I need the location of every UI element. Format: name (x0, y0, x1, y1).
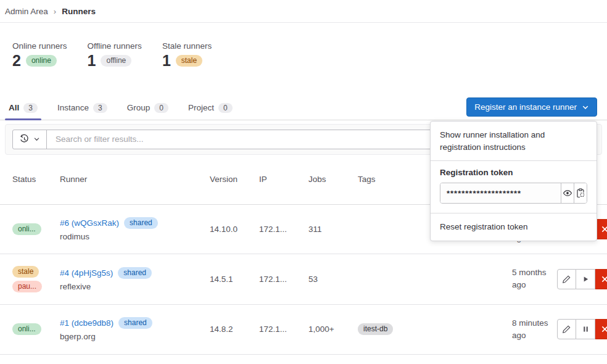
col-header-ip: IP (259, 175, 308, 184)
runner-link[interactable]: #6 (wQGsxRak) (60, 218, 119, 228)
runner-link[interactable]: #4 (4pHjSg5s) (60, 268, 113, 278)
runner-tag-badge: itest-db (358, 323, 393, 335)
close-icon (601, 325, 607, 333)
stat-label: Offline runners (88, 41, 142, 51)
stat-count: 2 (12, 52, 21, 70)
runner-name: bgerp.org (60, 332, 210, 341)
resume-runner-button[interactable] (576, 269, 595, 289)
status-badge: pau... (12, 281, 42, 292)
shared-badge: shared (118, 267, 152, 279)
breadcrumb-separator-icon: › (54, 7, 56, 16)
status-badge: stale (12, 266, 39, 278)
status-badge: onli... (12, 323, 41, 335)
edit-runner-button[interactable] (557, 269, 576, 289)
edit-runner-button[interactable] (557, 319, 576, 339)
pause-runner-button[interactable] (576, 319, 595, 339)
runner-jobs: 1,000+ (308, 325, 358, 334)
breadcrumb-runners: Runners (62, 7, 96, 16)
play-icon (582, 275, 590, 283)
tab-count-badge: 3 (23, 103, 38, 113)
clipboard-icon (576, 188, 585, 198)
col-header-jobs: Jobs (308, 175, 358, 184)
stat-count: 1 (88, 52, 96, 70)
tab-count-badge: 3 (93, 103, 107, 113)
runner-stats: Online runners 2 online Offline runners … (12, 41, 607, 70)
tab-label: All (9, 103, 19, 112)
status-badge: online (26, 55, 57, 67)
runner-jobs: 53 (308, 275, 358, 284)
shared-badge: shared (124, 217, 158, 229)
register-runner-dropdown: Show runner installation and registratio… (430, 121, 597, 241)
runner-version: 14.5.1 (210, 275, 259, 284)
pencil-icon (562, 325, 571, 334)
tab-label: Group (127, 103, 151, 112)
close-icon (601, 225, 607, 233)
admin-runners-page: Admin Area › Runners Online runners 2 on… (0, 0, 607, 364)
chevron-down-icon (33, 136, 40, 143)
registration-token-field[interactable] (440, 183, 561, 203)
breadcrumb-admin-area[interactable]: Admin Area (5, 7, 48, 16)
tab-project[interactable]: Project 0 (184, 96, 236, 120)
tab-count-badge: 0 (218, 103, 233, 113)
col-header-runner: Runner (60, 175, 210, 184)
status-badge: stale (176, 55, 202, 67)
runner-name: rodimus (60, 232, 210, 241)
close-icon (601, 275, 607, 283)
col-header-version: Version (210, 175, 259, 184)
register-instance-runner-button[interactable]: Register an instance runner (466, 97, 597, 117)
pencil-icon (562, 275, 571, 284)
last-contact: 8 minutes ago (512, 317, 557, 341)
runner-jobs: 311 (308, 225, 358, 234)
runner-actions (557, 319, 607, 339)
show-install-instructions-item[interactable]: Show runner installation and registratio… (431, 122, 597, 160)
breadcrumb: Admin Area › Runners (0, 0, 607, 23)
eye-icon (563, 188, 572, 198)
stat-count: 1 (162, 52, 171, 70)
delete-runner-button[interactable] (595, 269, 607, 289)
last-contact: 5 months ago (512, 267, 557, 291)
stat-label: Online runners (12, 41, 67, 51)
runner-version: 14.8.2 (210, 325, 259, 334)
shared-badge: shared (118, 317, 152, 329)
reveal-token-button[interactable] (561, 183, 574, 203)
reset-registration-token-item[interactable]: Reset registration token (431, 213, 597, 241)
history-icon (19, 134, 30, 144)
runner-version: 14.10.0 (210, 225, 259, 234)
copy-token-button[interactable] (574, 183, 587, 203)
registration-token-section: Registration token (431, 161, 597, 213)
col-header-status: Status (12, 175, 60, 184)
tab-count-badge: 0 (154, 103, 168, 113)
pause-icon (582, 325, 590, 333)
delete-runner-button[interactable] (595, 319, 607, 339)
stat-offline-runners: Offline runners 1 offline (88, 41, 142, 70)
table-row: stale pau... #4 (4pHjSg5s) shared reflex… (0, 254, 607, 305)
tab-all[interactable]: All 3 (5, 96, 41, 120)
registration-token-label: Registration token (440, 168, 587, 177)
status-badge: offline (101, 55, 131, 67)
stat-label: Stale runners (162, 41, 212, 51)
tab-label: Instance (57, 103, 89, 112)
runner-name: reflexive (60, 282, 210, 291)
tab-label: Project (188, 103, 214, 112)
runner-ip: 172.1... (259, 225, 308, 234)
runner-link[interactable]: #1 (dcbe9db8) (60, 318, 114, 328)
search-history-dropdown[interactable] (13, 130, 47, 149)
runner-ip: 172.1... (259, 325, 308, 334)
tab-instance[interactable]: Instance 3 (54, 96, 111, 120)
status-badge: onli... (12, 223, 41, 235)
runner-actions (557, 269, 607, 289)
stat-stale-runners: Stale runners 1 stale (162, 41, 212, 70)
stat-online-runners: Online runners 2 online (12, 41, 67, 70)
tab-group[interactable]: Group 0 (123, 96, 172, 120)
runner-ip: 172.1... (259, 275, 308, 284)
register-button-label: Register an instance runner (474, 102, 577, 112)
table-row: onli... #1 (dcbe9db8) shared bgerp.org 1… (0, 305, 607, 355)
chevron-down-icon (582, 104, 589, 111)
